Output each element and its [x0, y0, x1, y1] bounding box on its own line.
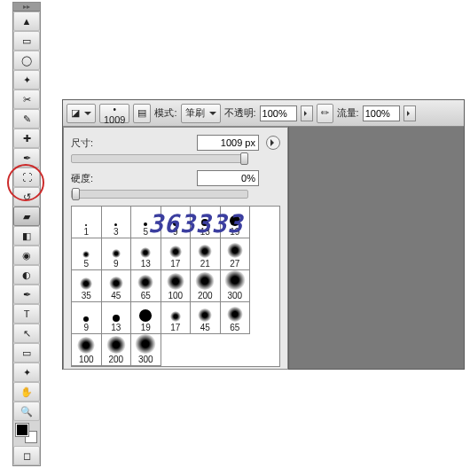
- opacity-input[interactable]: [260, 105, 297, 121]
- blur-tool[interactable]: ◉: [13, 246, 40, 265]
- lasso-tool[interactable]: ◯: [13, 51, 40, 70]
- brush-preset[interactable]: 17: [161, 238, 192, 270]
- dodge-tool[interactable]: ◐: [13, 265, 40, 285]
- brush-preset[interactable]: 300: [221, 270, 251, 302]
- brush-preset[interactable]: 45: [102, 270, 132, 302]
- brush-tool[interactable]: ✒: [13, 148, 40, 168]
- history-brush-tool[interactable]: ↺: [13, 187, 40, 207]
- preset-size-label: 300: [227, 291, 242, 300]
- brush-panel-icon: ▤: [137, 107, 146, 119]
- preset-size-label: 5: [83, 259, 89, 269]
- preset-size-label: 65: [230, 323, 239, 332]
- brush-preset-popup: 尺寸: 硬度: 13591319591317212735456510020030…: [63, 127, 288, 370]
- mode-label: 模式:: [154, 106, 176, 120]
- brush-preset[interactable]: 17: [161, 302, 192, 334]
- brush-preset[interactable]: 100: [72, 334, 102, 366]
- brush-preset[interactable]: 1: [72, 207, 102, 238]
- hardness-slider[interactable]: [71, 190, 248, 199]
- brush-preset[interactable]: 27: [221, 238, 251, 270]
- tablet-icon: ✏: [321, 107, 329, 119]
- preset-size-label: 300: [138, 355, 153, 364]
- opacity-label: 不透明:: [224, 106, 256, 120]
- hardness-input[interactable]: [197, 170, 259, 186]
- crop-tool[interactable]: ✂: [13, 90, 40, 109]
- panel-grip[interactable]: ▸▸: [13, 3, 40, 12]
- preset-size-label: 9: [83, 323, 89, 332]
- type-tool[interactable]: T: [13, 304, 40, 324]
- preset-size-label: 17: [170, 259, 180, 269]
- brush-preset[interactable]: 300: [131, 334, 161, 366]
- preset-size-label: 35: [82, 291, 91, 300]
- brush-preset[interactable]: 19: [131, 302, 161, 334]
- brush-preset[interactable]: 200: [102, 334, 132, 366]
- eraser-tool[interactable]: ▰: [13, 207, 40, 226]
- preset-size-label: 200: [198, 291, 213, 300]
- brush-preset[interactable]: 5: [72, 238, 102, 270]
- size-input[interactable]: [197, 135, 259, 151]
- preset-size-label: 100: [168, 291, 183, 300]
- preset-size-label: 27: [230, 259, 239, 269]
- zoom-tool[interactable]: 🔍: [13, 402, 40, 421]
- preset-size-label: 65: [141, 291, 151, 300]
- shape-tool[interactable]: ▭: [13, 343, 40, 363]
- tool-preset-picker[interactable]: ◪: [67, 104, 96, 123]
- brush-size-number: 1009: [104, 116, 125, 124]
- brush-preset[interactable]: 3: [102, 207, 132, 238]
- brush-preset[interactable]: 21: [191, 238, 221, 270]
- brush-preset[interactable]: 45: [191, 302, 221, 334]
- mode-select[interactable]: 筆刷: [181, 104, 221, 123]
- preset-size-label: 200: [108, 355, 123, 364]
- size-thumb[interactable]: [240, 152, 248, 165]
- healing-tool[interactable]: ✚: [13, 129, 40, 148]
- pressure-opacity-toggle[interactable]: ✏: [317, 104, 333, 123]
- size-slider[interactable]: [71, 154, 248, 163]
- brush-preset[interactable]: 65: [221, 302, 251, 334]
- preset-size-label: 9: [114, 259, 119, 269]
- move-tool[interactable]: ▲: [13, 12, 40, 31]
- brush-preset[interactable]: 35: [72, 270, 102, 302]
- options-bar: ◪ • 1009 ▤ 模式: 筆刷 不透明: ✏ 流量:: [63, 100, 464, 127]
- color-swatch[interactable]: [14, 424, 39, 443]
- preset-size-label: 21: [200, 259, 210, 269]
- pen-tool[interactable]: ✒: [13, 285, 40, 304]
- flow-label: 流量:: [337, 106, 359, 120]
- flow-input[interactable]: [363, 105, 400, 121]
- gradient-tool[interactable]: ◧: [13, 226, 40, 246]
- preset-size-label: 45: [111, 291, 121, 300]
- brush-preset[interactable]: 9: [72, 302, 102, 334]
- preset-size-label: 45: [200, 323, 210, 332]
- marquee-tool[interactable]: ▭: [13, 31, 40, 51]
- preset-size-label: 3: [114, 227, 119, 237]
- preset-size-label: 13: [141, 259, 151, 269]
- hardness-thumb[interactable]: [72, 188, 80, 200]
- preset-size-label: 13: [111, 323, 121, 332]
- canvas-area[interactable]: [288, 127, 464, 369]
- stamp-tool[interactable]: ⛶: [13, 168, 40, 187]
- 3d-tool[interactable]: ✦: [13, 363, 40, 382]
- preset-size-label: 17: [170, 323, 180, 332]
- mode-value: 筆刷: [185, 106, 205, 120]
- preset-size-label: 19: [141, 323, 151, 332]
- eraser-icon: ◪: [71, 107, 80, 119]
- watermark-text: 363333: [148, 209, 243, 238]
- path-tool[interactable]: ↖: [13, 324, 40, 343]
- quick-mask-tool[interactable]: ◻: [13, 446, 40, 465]
- brush-preset[interactable]: 200: [191, 270, 221, 302]
- brush-preset-picker[interactable]: • 1009: [99, 104, 129, 123]
- size-label: 尺寸:: [71, 137, 110, 150]
- brush-preset[interactable]: 9: [102, 238, 132, 270]
- brush-preset[interactable]: 65: [131, 270, 161, 302]
- hand-tool[interactable]: ✋: [13, 382, 40, 402]
- brush-preset[interactable]: 13: [102, 302, 132, 334]
- eyedropper-tool[interactable]: ✎: [13, 109, 40, 129]
- flow-arrow[interactable]: [403, 105, 416, 121]
- hardness-label: 硬度:: [71, 172, 110, 185]
- brush-panel-toggle[interactable]: ▤: [133, 104, 151, 123]
- brush-preset[interactable]: 13: [131, 238, 161, 270]
- brush-preset[interactable]: 100: [161, 270, 192, 302]
- foreground-color[interactable]: [16, 424, 28, 436]
- opacity-arrow[interactable]: [301, 105, 313, 121]
- popup-flyout-button[interactable]: [266, 136, 280, 150]
- wand-tool[interactable]: ✦: [13, 70, 40, 90]
- tools-panel: ▸▸ ▲▭◯✦✂✎✚✒⛶↺▰◧◉◐✒T↖▭✦✋🔍 ◻: [12, 2, 41, 466]
